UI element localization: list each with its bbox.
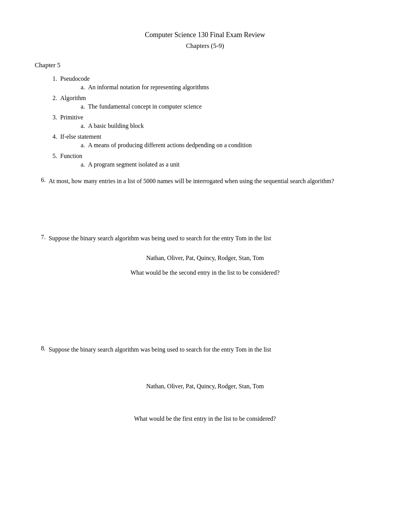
subitem-1a: a. An informal notation for representing… [76, 84, 375, 91]
chapter5-list: 1. Pseudocode a. An informal notation fo… [35, 75, 375, 170]
question-intro-7: Suppose the binary search algorithm was … [49, 234, 375, 243]
list-number-5: 5. [46, 153, 57, 160]
page-container: Computer Science 130 Final Exam Review C… [0, 0, 410, 532]
list-content-1: Pseudocode a. An informal notation for r… [60, 75, 375, 92]
list-number-2: 2. [46, 95, 57, 102]
subcontent-1a: An informal notation for representing al… [88, 84, 375, 91]
chapter5-heading: Chapter 5 [35, 61, 375, 69]
question-item-7: 7. Suppose the binary search algorithm w… [35, 234, 375, 245]
list-content-5: Function a. A program segment isolated a… [60, 153, 375, 170]
sublist-4: a. A means of producing different action… [60, 142, 375, 149]
question-list-8: Nathan, Oliver, Pat, Quincy, Rodger, Sta… [35, 383, 375, 390]
question-block-7: 7. Suppose the binary search algorithm w… [35, 234, 375, 276]
question-sub-8: What would be the first entry in the lis… [35, 415, 375, 422]
list-number-4: 4. [46, 133, 57, 140]
spacer-after-7b [35, 315, 375, 338]
subletter-4a: a. [76, 142, 85, 149]
list-content-2: Algorithm a. The fundamental concept in … [60, 95, 375, 112]
subletter-3a: a. [76, 122, 85, 129]
sublist-1: a. An informal notation for representing… [60, 84, 375, 91]
subcontent-2a: The fundamental concept in computer scie… [88, 103, 375, 110]
question-text-6: At most, how many entries in a list of 5… [49, 177, 375, 186]
question-content-8: Suppose the binary search algorithm was … [49, 345, 375, 357]
question-sub-7: What would be the second entry in the li… [35, 269, 375, 276]
spacer-after-6 [35, 204, 375, 227]
question-number-6: 6. [35, 177, 46, 184]
subcontent-4a: A means of producing different actions d… [88, 142, 375, 149]
spacer-after-7 [35, 292, 375, 315]
question-item-6: 6. At most, how many entries in a list o… [35, 177, 375, 188]
list-item-5: 5. Function a. A program segment isolate… [46, 153, 375, 170]
question-intro-8: Suppose the binary search algorithm was … [49, 345, 375, 354]
list-number-3: 3. [46, 114, 57, 121]
subletter-1a: a. [76, 84, 85, 91]
question-number-7: 7. [35, 234, 46, 241]
question-number-8: 8. [35, 345, 46, 352]
subitem-2a: a. The fundamental concept in computer s… [76, 103, 375, 110]
list-item-4: 4. If-else statement a. A means of produ… [46, 133, 375, 150]
question-content-7: Suppose the binary search algorithm was … [49, 234, 375, 245]
title-section: Computer Science 130 Final Exam Review C… [35, 31, 375, 50]
list-item-1: 1. Pseudocode a. An informal notation fo… [46, 75, 375, 92]
term-2: Algorithm [60, 95, 86, 101]
list-number-1: 1. [46, 75, 57, 82]
sublist-3: a. A basic building block [60, 122, 375, 129]
subcontent-3a: A basic building block [88, 122, 375, 129]
list-item-2: 2. Algorithm a. The fundamental concept … [46, 95, 375, 112]
question-content-6: At most, how many entries in a list of 5… [49, 177, 375, 188]
spacer-inside-8 [35, 362, 375, 374]
subitem-3a: a. A basic building block [76, 122, 375, 129]
list-content-4: If-else statement a. A means of producin… [60, 133, 375, 150]
subletter-5a: a. [76, 161, 85, 168]
main-title: Computer Science 130 Final Exam Review [35, 31, 375, 39]
list-content-3: Primitive a. A basic building block [60, 114, 375, 131]
question-item-8: 8. Suppose the binary search algorithm w… [35, 345, 375, 357]
subitem-4a: a. A means of producing different action… [76, 142, 375, 149]
subtitle: Chapters (5-9) [35, 42, 375, 50]
term-3: Primitive [60, 114, 83, 121]
sublist-2: a. The fundamental concept in computer s… [60, 103, 375, 110]
term-4: If-else statement [60, 133, 101, 140]
term-5: Function [60, 153, 82, 159]
term-1: Pseudocode [60, 75, 90, 82]
question-list-7: Nathan, Oliver, Pat, Quincy, Rodger, Sta… [35, 255, 375, 262]
subcontent-5a: A program segment isolated as a unit [88, 161, 375, 168]
spacer-inside-8b [35, 396, 375, 408]
list-item-3: 3. Primitive a. A basic building block [46, 114, 375, 131]
sublist-5: a. A program segment isolated as a unit [60, 161, 375, 168]
subitem-5a: a. A program segment isolated as a unit [76, 161, 375, 168]
question-block-8: 8. Suppose the binary search algorithm w… [35, 345, 375, 422]
question-block-6: 6. At most, how many entries in a list o… [35, 177, 375, 188]
subletter-2a: a. [76, 103, 85, 110]
